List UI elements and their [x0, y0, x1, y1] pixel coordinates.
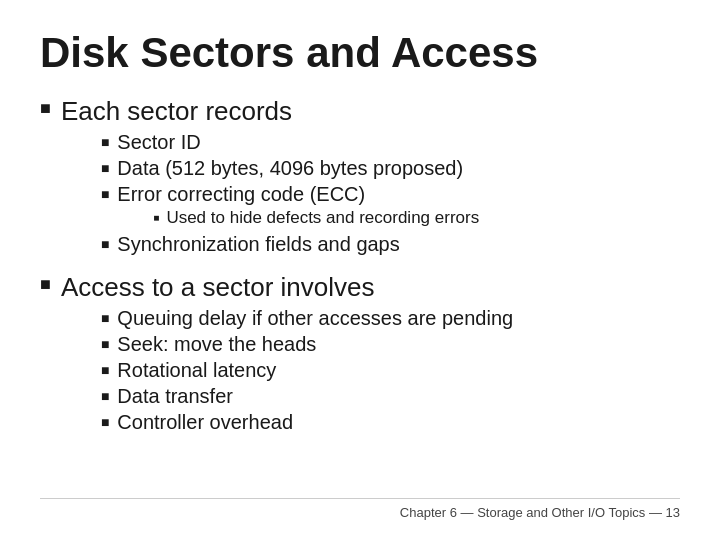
list-item-ecc-detail: ■ Used to hide defects and recording err…: [153, 208, 479, 228]
slide: Disk Sectors and Access ■ Each sector re…: [0, 0, 720, 540]
list-item-queuing: ■ Queuing delay if other accesses are pe…: [101, 307, 513, 330]
bullet-sync: ■: [101, 236, 109, 252]
list-item-sync: ■ Synchronization fields and gaps: [101, 233, 479, 256]
access-sector-children: ■ Queuing delay if other accesses are pe…: [101, 307, 513, 434]
section-each-sector-container: Each sector records ■ Sector ID ■ Data (…: [61, 96, 479, 260]
sync-label: Synchronization fields and gaps: [117, 233, 399, 256]
bullet-rotational: ■: [101, 362, 109, 378]
queuing-label: Queuing delay if other accesses are pend…: [117, 307, 513, 330]
bullet-controller: ■: [101, 414, 109, 430]
ecc-label: Error correcting code (ECC): [117, 183, 365, 205]
each-sector-children: ■ Sector ID ■ Data (512 bytes, 4096 byte…: [101, 131, 479, 256]
controller-label: Controller overhead: [117, 411, 293, 434]
list-item-data: ■ Data (512 bytes, 4096 bytes proposed): [101, 157, 479, 180]
section-access-sector: ■ Access to a sector involves ■ Queuing …: [40, 272, 680, 438]
section-each-sector: ■ Each sector records ■ Sector ID ■ Data…: [40, 96, 680, 260]
list-item-controller: ■ Controller overhead: [101, 411, 513, 434]
seek-label: Seek: move the heads: [117, 333, 316, 356]
ecc-children: ■ Used to hide defects and recording err…: [153, 208, 479, 228]
bullet-data-transfer: ■: [101, 388, 109, 404]
ecc-detail-label: Used to hide defects and recording error…: [166, 208, 479, 228]
bullet-queuing: ■: [101, 310, 109, 326]
bullet-each-sector: ■: [40, 98, 51, 119]
slide-title: Disk Sectors and Access: [40, 30, 680, 76]
list-item-ecc: ■ Error correcting code (ECC) ■ Used to …: [101, 183, 479, 230]
bullet-ecc: ■: [101, 186, 109, 202]
access-sector-label: Access to a sector involves: [61, 272, 375, 302]
ecc-container: Error correcting code (ECC) ■ Used to hi…: [117, 183, 479, 230]
bullet-ecc-detail: ■: [153, 212, 159, 223]
list-item-seek: ■ Seek: move the heads: [101, 333, 513, 356]
bullet-sector-id: ■: [101, 134, 109, 150]
bullet-access-sector: ■: [40, 274, 51, 295]
rotational-label: Rotational latency: [117, 359, 276, 382]
section-access-sector-container: Access to a sector involves ■ Queuing de…: [61, 272, 513, 438]
bullet-data: ■: [101, 160, 109, 176]
slide-footer: Chapter 6 — Storage and Other I/O Topics…: [40, 498, 680, 520]
list-item-data-transfer: ■ Data transfer: [101, 385, 513, 408]
list-item-rotational: ■ Rotational latency: [101, 359, 513, 382]
bullet-seek: ■: [101, 336, 109, 352]
slide-content: ■ Each sector records ■ Sector ID ■ Data…: [40, 96, 680, 498]
data-transfer-label: Data transfer: [117, 385, 233, 408]
data-label: Data (512 bytes, 4096 bytes proposed): [117, 157, 463, 180]
each-sector-label: Each sector records: [61, 96, 292, 126]
sector-id-label: Sector ID: [117, 131, 200, 154]
list-item-sector-id: ■ Sector ID: [101, 131, 479, 154]
